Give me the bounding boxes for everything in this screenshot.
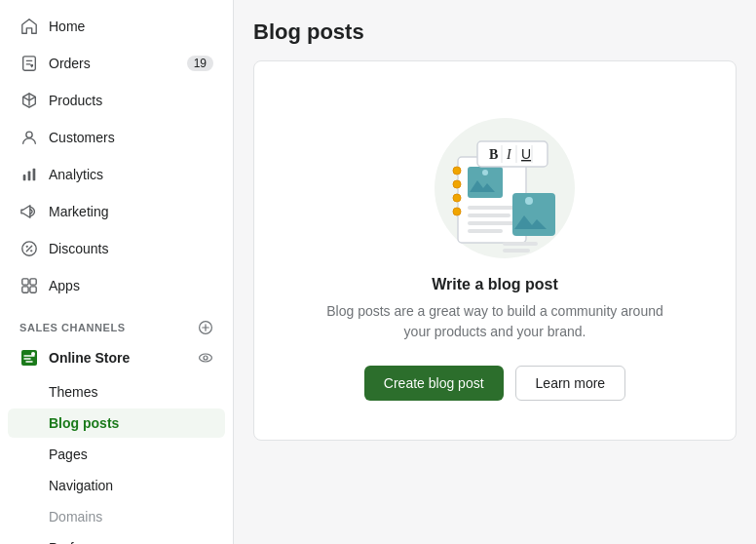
svg-point-12 xyxy=(31,352,35,356)
sidebar-item-blog-posts[interactable]: Blog posts xyxy=(8,408,225,438)
svg-rect-34 xyxy=(512,193,555,236)
sidebar-item-discounts-label: Discounts xyxy=(49,241,213,256)
analytics-icon xyxy=(19,165,39,184)
svg-rect-37 xyxy=(503,249,530,253)
orders-badge: 19 xyxy=(187,56,213,71)
discounts-icon xyxy=(19,239,39,258)
svg-point-18 xyxy=(453,180,461,188)
svg-point-35 xyxy=(525,197,533,205)
marketing-icon xyxy=(19,202,39,221)
svg-rect-7 xyxy=(30,279,36,285)
blog-posts-illustration: B I U xyxy=(417,100,573,256)
sidebar-item-discounts[interactable]: Discounts xyxy=(8,231,225,266)
sidebar-item-marketing[interactable]: Marketing xyxy=(8,194,225,229)
products-icon xyxy=(19,91,39,110)
card-description: Blog posts are a great way to build a co… xyxy=(320,301,670,342)
sidebar-item-marketing-label: Marketing xyxy=(49,204,213,219)
sidebar-item-navigation[interactable]: Navigation xyxy=(8,471,225,500)
svg-point-1 xyxy=(26,132,32,137)
svg-rect-9 xyxy=(30,287,36,292)
home-icon xyxy=(19,17,39,36)
domains-label: Domains xyxy=(49,509,102,525)
svg-rect-6 xyxy=(22,279,28,285)
apps-icon xyxy=(19,276,39,295)
svg-rect-24 xyxy=(468,214,510,217)
sidebar-item-products-label: Products xyxy=(49,93,213,108)
sales-channels-label: SALES CHANNELS xyxy=(19,322,126,333)
sidebar-item-products[interactable]: Products xyxy=(8,83,225,118)
svg-rect-27 xyxy=(477,141,548,167)
online-store-label: Online Store xyxy=(49,350,130,366)
blog-posts-label: Blog posts xyxy=(49,415,119,431)
svg-rect-8 xyxy=(22,287,28,292)
svg-rect-3 xyxy=(28,171,31,180)
blog-posts-empty-card: B I U Write a blog post Blog posts are a… xyxy=(253,60,737,441)
sidebar-item-domains[interactable]: Domains xyxy=(8,502,225,531)
online-store-preview-button[interactable] xyxy=(198,350,213,366)
svg-point-22 xyxy=(482,170,488,175)
orders-icon xyxy=(19,54,39,73)
sidebar-item-analytics[interactable]: Analytics xyxy=(8,157,225,192)
sidebar-item-pages[interactable]: Pages xyxy=(8,440,225,469)
sidebar-item-customers-label: Customers xyxy=(49,130,213,145)
learn-more-button[interactable]: Learn more xyxy=(515,366,626,401)
main-content: Blog posts xyxy=(234,0,756,544)
svg-rect-0 xyxy=(23,57,36,70)
sidebar-item-apps[interactable]: Apps xyxy=(8,268,225,303)
card-heading: Write a blog post xyxy=(432,276,557,293)
sidebar-item-home-label: Home xyxy=(49,19,213,34)
sidebar-item-orders[interactable]: Orders 19 xyxy=(8,46,225,81)
sidebar-item-preferences[interactable]: Preferences xyxy=(8,533,225,544)
svg-point-13 xyxy=(200,354,212,362)
create-blog-post-button[interactable]: Create blog post xyxy=(364,366,504,401)
svg-rect-36 xyxy=(503,242,538,246)
pages-label: Pages xyxy=(49,447,88,462)
svg-rect-4 xyxy=(33,169,36,181)
navigation-label: Navigation xyxy=(49,478,113,493)
svg-text:B: B xyxy=(489,147,498,162)
customers-icon xyxy=(19,128,39,147)
preferences-label: Preferences xyxy=(49,540,122,544)
svg-rect-23 xyxy=(468,206,518,210)
svg-point-14 xyxy=(204,356,208,360)
page-title: Blog posts xyxy=(253,19,737,45)
sales-channels-header: SALES CHANNELS xyxy=(8,308,225,339)
card-actions: Create blog post Learn more xyxy=(364,366,625,401)
sidebar: Home Orders 19 Products Cust xyxy=(0,0,234,544)
sidebar-item-apps-label: Apps xyxy=(49,278,213,293)
add-sales-channel-button[interactable] xyxy=(198,320,213,335)
sidebar-item-online-store[interactable]: Online Store xyxy=(8,340,225,375)
svg-rect-26 xyxy=(468,229,503,233)
sidebar-item-home[interactable]: Home xyxy=(8,9,225,44)
online-store-icon xyxy=(19,348,39,368)
themes-label: Themes xyxy=(49,384,98,400)
sidebar-item-orders-label: Orders xyxy=(49,56,187,71)
sidebar-item-themes[interactable]: Themes xyxy=(8,377,225,407)
svg-point-17 xyxy=(453,167,461,175)
sidebar-item-customers[interactable]: Customers xyxy=(8,120,225,155)
svg-point-19 xyxy=(453,194,461,202)
sidebar-item-analytics-label: Analytics xyxy=(49,167,213,182)
svg-point-20 xyxy=(453,208,461,215)
svg-rect-11 xyxy=(21,350,37,366)
svg-text:U: U xyxy=(521,146,531,162)
svg-rect-2 xyxy=(23,175,26,180)
svg-rect-25 xyxy=(468,221,514,225)
